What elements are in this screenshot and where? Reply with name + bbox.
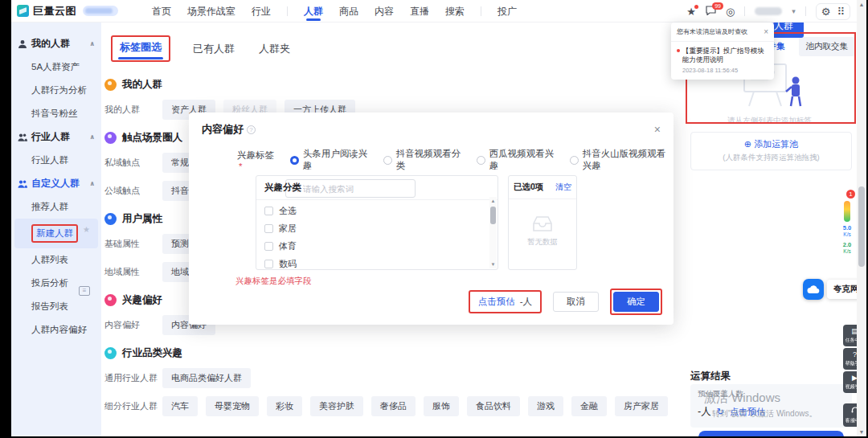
message-icon[interactable]: 99 <box>706 6 716 17</box>
clear-link[interactable]: 清空 <box>555 182 571 193</box>
cancel-button[interactable]: 取消 <box>553 292 599 313</box>
cloud-icon <box>803 279 824 300</box>
touchpoint-icon <box>104 132 117 144</box>
notification-item[interactable]: 【重要提示】投广指导模块能力使用说明 <box>671 42 774 66</box>
tab-existing-audience[interactable]: 已有人群 <box>191 39 236 59</box>
tag-auto[interactable]: 汽车 <box>162 396 198 416</box>
notification-title: 您有未读消息请及时查收 <box>677 27 747 36</box>
refresh-icon[interactable]: ↻ <box>717 407 724 417</box>
scroll-thumb[interactable] <box>490 207 496 224</box>
sidebar-group-custom-audience[interactable]: 自定义人群 ∧ <box>11 172 101 195</box>
list-title: 兴趣分类 <box>256 176 497 200</box>
network-speed-widget[interactable]: 1 5.0K/s 2.0K/s <box>839 190 855 255</box>
radio-douyin-video[interactable]: 抖音视频观看分类 <box>383 148 462 172</box>
nav-item-home[interactable]: 首页 <box>152 2 171 21</box>
tag-makeup[interactable]: 彩妆 <box>267 396 302 416</box>
sidebar-item-report-list[interactable]: 报告列表 <box>11 295 101 318</box>
option-digital[interactable]: 数码 <box>264 258 497 270</box>
tag-finance[interactable]: 金融 <box>571 396 607 416</box>
chevron-down-icon[interactable]: ▾ <box>792 7 796 15</box>
favorite-star-icon[interactable]: ★ <box>686 6 696 17</box>
person-icon <box>18 39 27 49</box>
tag-luxury[interactable]: 奢侈品 <box>371 396 416 416</box>
star-dot-badge <box>694 5 698 9</box>
radio-huoshan-video[interactable]: 抖音火山版视频观看兴趣 <box>570 148 674 172</box>
target-icon[interactable]: ◎ <box>726 6 735 17</box>
tab-label-select[interactable]: 标签圈选 <box>118 38 163 56</box>
tag-skincare[interactable]: 美容护肤 <box>310 396 363 416</box>
sidebar-collapse-icon[interactable]: ≡ <box>79 286 90 296</box>
generate-audience-button-partial[interactable] <box>698 431 844 436</box>
user-attributes-icon <box>104 213 117 225</box>
sidebar-item-5a-assets[interactable]: 5A人群资产 <box>11 55 101 79</box>
task-center-button[interactable]: ▤ 任务中心 <box>843 325 857 346</box>
scroll-down-icon[interactable]: ▼ <box>857 429 866 435</box>
tag-apparel[interactable]: 服饰 <box>424 396 459 416</box>
topbar-right: ★ 99 ◎ ▾ ⚙ ⠿ <box>686 0 850 23</box>
annotation-box-confirm: 确定 <box>610 289 662 316</box>
sidebar-item-douyin-fans[interactable]: 抖音号粉丝 <box>11 102 101 125</box>
sidebar-item-recommended-audience[interactable]: 推荐人群 <box>11 195 101 219</box>
tag-food-beverage[interactable]: 食品饮料 <box>467 396 520 416</box>
nav-item-industry[interactable]: 行业 <box>252 2 271 21</box>
tag-realestate-home[interactable]: 房产家居 <box>615 396 668 416</box>
scroll-up-icon[interactable]: ▲ <box>857 2 866 7</box>
customer-service-button[interactable]: 客服中心 <box>843 403 857 427</box>
close-icon[interactable]: × <box>764 27 768 36</box>
close-icon[interactable]: × <box>654 124 661 135</box>
sidebar-item-behavior-analysis[interactable]: 人群行为分析 <box>11 79 101 102</box>
tab-audience-folder[interactable]: 人群夹 <box>257 39 292 59</box>
play-icon: ▶ <box>843 375 857 382</box>
estimate-link[interactable]: 点击预估 <box>730 406 765 418</box>
notification-header: 您有未读消息请及时查收 × <box>671 23 774 42</box>
nav-item-ads[interactable]: 投广 <box>497 2 517 21</box>
nav-item-product[interactable]: 商品 <box>339 2 358 21</box>
scroll-thumb[interactable] <box>858 186 865 267</box>
nav-item-scene[interactable]: 场景作战室 <box>187 2 235 21</box>
required-mark: * <box>239 162 242 171</box>
sidebar-item-audience-list[interactable]: 人群列表 <box>11 248 101 272</box>
sidebar-item-content-preference[interactable]: 人群内容偏好 <box>11 318 101 342</box>
sidebar-item-industry-audience[interactable]: 行业人群 <box>11 149 101 172</box>
tag-mother-baby-pets[interactable]: 母婴宠物 <box>206 396 259 416</box>
apps-grid-icon[interactable]: ⠿ <box>837 6 845 17</box>
gear-icon[interactable]: ⚙ <box>821 6 831 17</box>
scroll-down-icon[interactable]: ▼ <box>491 260 496 268</box>
option-label: 家居 <box>279 223 297 235</box>
nav-item-audience[interactable]: 人群 <box>304 2 323 21</box>
add-pool-button[interactable]: ⊕ 添加运算池 (人群条件支持跨运算池拖拽) <box>690 132 852 170</box>
username-blurred[interactable] <box>755 7 782 15</box>
quark-drive-button[interactable]: 夸克网盘 <box>803 279 857 300</box>
content-preference-modal: 内容偏好 ? × 兴趣标签* 头条用户阅读兴趣 抖音视频观看分类 西瓜视频观看兴… <box>189 113 674 325</box>
section-title: 用户属性 <box>122 212 162 226</box>
sidebar-group-industry-audience[interactable]: 行业人群 ∧ <box>11 125 101 149</box>
scroll-up-icon[interactable]: ▲ <box>491 197 496 205</box>
option-sports[interactable]: 体育 <box>264 240 497 252</box>
confirm-button[interactable]: 确定 <box>613 292 659 313</box>
option-select-all[interactable]: 全选 <box>264 205 497 217</box>
radio-xigua-video[interactable]: 西瓜视频观看兴趣 <box>477 148 555 172</box>
logo[interactable]: 巨量云图 <box>17 4 118 18</box>
nav-item-search[interactable]: 搜索 <box>445 2 465 21</box>
pool-intersect-tab[interactable]: 池内取交集 <box>799 37 856 56</box>
nav-item-live[interactable]: 直播 <box>410 2 429 21</box>
sidebar-group-my-audience[interactable]: 我的人群 ∧ <box>11 32 101 55</box>
nav-item-content[interactable]: 内容 <box>375 2 394 21</box>
list-scrollbar[interactable]: ▲ ▼ <box>489 197 497 268</box>
pool-empty-hint: 请从左侧列表中添加标签 <box>687 116 852 126</box>
chevron-up-icon[interactable]: ∧ <box>90 180 96 187</box>
required-error-text: 兴趣标签是必填字段 <box>235 276 312 287</box>
tag-games[interactable]: 游戏 <box>528 396 563 416</box>
favorite-star-icon[interactable]: ★ <box>83 225 90 234</box>
vertical-scrollbar[interactable]: ▲ ▼ <box>857 0 866 436</box>
estimate-link[interactable]: 点击预估 <box>478 296 515 308</box>
video-learning-button[interactable]: ▶ 视频学堂 <box>843 371 857 393</box>
tag-ecommerce-category[interactable]: 电商品类偏好人群 <box>162 368 251 388</box>
modal-footer: 点击预估 -人 取消 确定 <box>469 289 662 316</box>
help-manual-button[interactable]: ? 帮助手册 <box>843 348 857 370</box>
sidebar-item-new-audience[interactable]: 新建人群 ★ <box>14 219 98 248</box>
option-home[interactable]: 家居 <box>264 223 497 235</box>
radio-toutiao-reading[interactable]: 头条用户阅读兴趣 <box>290 148 369 172</box>
chevron-up-icon[interactable]: ∧ <box>90 40 96 47</box>
chevron-up-icon[interactable]: ∧ <box>90 133 96 141</box>
